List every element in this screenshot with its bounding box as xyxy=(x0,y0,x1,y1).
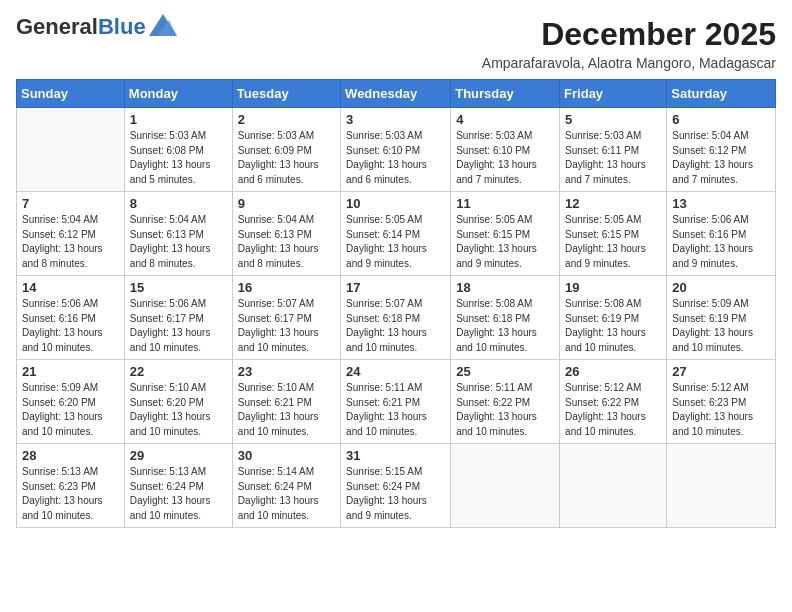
day-number: 18 xyxy=(456,280,554,295)
calendar-cell: 3Sunrise: 5:03 AMSunset: 6:10 PMDaylight… xyxy=(341,108,451,192)
calendar-cell xyxy=(451,444,560,528)
day-info: Sunrise: 5:04 AMSunset: 6:13 PMDaylight:… xyxy=(238,213,335,271)
day-info: Sunrise: 5:05 AMSunset: 6:15 PMDaylight:… xyxy=(565,213,661,271)
day-info: Sunrise: 5:03 AMSunset: 6:10 PMDaylight:… xyxy=(456,129,554,187)
calendar-cell: 23Sunrise: 5:10 AMSunset: 6:21 PMDayligh… xyxy=(232,360,340,444)
day-info: Sunrise: 5:07 AMSunset: 6:18 PMDaylight:… xyxy=(346,297,445,355)
day-info: Sunrise: 5:15 AMSunset: 6:24 PMDaylight:… xyxy=(346,465,445,523)
calendar-cell: 16Sunrise: 5:07 AMSunset: 6:17 PMDayligh… xyxy=(232,276,340,360)
location: Amparafaravola, Alaotra Mangoro, Madagas… xyxy=(482,55,776,71)
calendar-table: SundayMondayTuesdayWednesdayThursdayFrid… xyxy=(16,79,776,528)
day-info: Sunrise: 5:14 AMSunset: 6:24 PMDaylight:… xyxy=(238,465,335,523)
day-number: 19 xyxy=(565,280,661,295)
day-info: Sunrise: 5:12 AMSunset: 6:23 PMDaylight:… xyxy=(672,381,770,439)
calendar-week-row: 14Sunrise: 5:06 AMSunset: 6:16 PMDayligh… xyxy=(17,276,776,360)
calendar-cell: 13Sunrise: 5:06 AMSunset: 6:16 PMDayligh… xyxy=(667,192,776,276)
day-number: 3 xyxy=(346,112,445,127)
calendar-cell: 25Sunrise: 5:11 AMSunset: 6:22 PMDayligh… xyxy=(451,360,560,444)
calendar-cell: 1Sunrise: 5:03 AMSunset: 6:08 PMDaylight… xyxy=(124,108,232,192)
logo-text: GeneralBlue xyxy=(16,16,146,38)
logo: GeneralBlue xyxy=(16,16,177,38)
calendar-header-row: SundayMondayTuesdayWednesdayThursdayFrid… xyxy=(17,80,776,108)
day-number: 10 xyxy=(346,196,445,211)
day-info: Sunrise: 5:05 AMSunset: 6:14 PMDaylight:… xyxy=(346,213,445,271)
day-info: Sunrise: 5:08 AMSunset: 6:19 PMDaylight:… xyxy=(565,297,661,355)
calendar-cell: 29Sunrise: 5:13 AMSunset: 6:24 PMDayligh… xyxy=(124,444,232,528)
weekday-header: Saturday xyxy=(667,80,776,108)
calendar-cell: 20Sunrise: 5:09 AMSunset: 6:19 PMDayligh… xyxy=(667,276,776,360)
day-info: Sunrise: 5:10 AMSunset: 6:21 PMDaylight:… xyxy=(238,381,335,439)
calendar-cell: 27Sunrise: 5:12 AMSunset: 6:23 PMDayligh… xyxy=(667,360,776,444)
calendar-week-row: 21Sunrise: 5:09 AMSunset: 6:20 PMDayligh… xyxy=(17,360,776,444)
day-info: Sunrise: 5:04 AMSunset: 6:13 PMDaylight:… xyxy=(130,213,227,271)
day-number: 15 xyxy=(130,280,227,295)
page-header: GeneralBlue December 2025 Amparafaravola… xyxy=(16,16,776,71)
calendar-cell: 9Sunrise: 5:04 AMSunset: 6:13 PMDaylight… xyxy=(232,192,340,276)
day-number: 12 xyxy=(565,196,661,211)
day-number: 24 xyxy=(346,364,445,379)
day-info: Sunrise: 5:06 AMSunset: 6:16 PMDaylight:… xyxy=(672,213,770,271)
calendar-cell: 19Sunrise: 5:08 AMSunset: 6:19 PMDayligh… xyxy=(560,276,667,360)
day-number: 6 xyxy=(672,112,770,127)
weekday-header: Monday xyxy=(124,80,232,108)
calendar-cell: 30Sunrise: 5:14 AMSunset: 6:24 PMDayligh… xyxy=(232,444,340,528)
day-number: 28 xyxy=(22,448,119,463)
day-info: Sunrise: 5:06 AMSunset: 6:17 PMDaylight:… xyxy=(130,297,227,355)
calendar-cell: 6Sunrise: 5:04 AMSunset: 6:12 PMDaylight… xyxy=(667,108,776,192)
weekday-header: Tuesday xyxy=(232,80,340,108)
day-number: 26 xyxy=(565,364,661,379)
day-number: 1 xyxy=(130,112,227,127)
day-number: 22 xyxy=(130,364,227,379)
day-info: Sunrise: 5:05 AMSunset: 6:15 PMDaylight:… xyxy=(456,213,554,271)
day-number: 23 xyxy=(238,364,335,379)
day-number: 9 xyxy=(238,196,335,211)
day-number: 20 xyxy=(672,280,770,295)
weekday-header: Thursday xyxy=(451,80,560,108)
day-info: Sunrise: 5:11 AMSunset: 6:21 PMDaylight:… xyxy=(346,381,445,439)
day-number: 5 xyxy=(565,112,661,127)
day-number: 11 xyxy=(456,196,554,211)
calendar-cell: 2Sunrise: 5:03 AMSunset: 6:09 PMDaylight… xyxy=(232,108,340,192)
day-number: 21 xyxy=(22,364,119,379)
calendar-week-row: 28Sunrise: 5:13 AMSunset: 6:23 PMDayligh… xyxy=(17,444,776,528)
day-number: 16 xyxy=(238,280,335,295)
logo-icon xyxy=(149,14,177,36)
day-info: Sunrise: 5:09 AMSunset: 6:20 PMDaylight:… xyxy=(22,381,119,439)
day-number: 29 xyxy=(130,448,227,463)
day-info: Sunrise: 5:12 AMSunset: 6:22 PMDaylight:… xyxy=(565,381,661,439)
day-number: 30 xyxy=(238,448,335,463)
day-info: Sunrise: 5:03 AMSunset: 6:09 PMDaylight:… xyxy=(238,129,335,187)
day-number: 17 xyxy=(346,280,445,295)
day-info: Sunrise: 5:13 AMSunset: 6:24 PMDaylight:… xyxy=(130,465,227,523)
calendar-cell: 14Sunrise: 5:06 AMSunset: 6:16 PMDayligh… xyxy=(17,276,125,360)
day-number: 8 xyxy=(130,196,227,211)
day-info: Sunrise: 5:10 AMSunset: 6:20 PMDaylight:… xyxy=(130,381,227,439)
calendar-cell: 10Sunrise: 5:05 AMSunset: 6:14 PMDayligh… xyxy=(341,192,451,276)
day-info: Sunrise: 5:07 AMSunset: 6:17 PMDaylight:… xyxy=(238,297,335,355)
day-number: 27 xyxy=(672,364,770,379)
calendar-week-row: 1Sunrise: 5:03 AMSunset: 6:08 PMDaylight… xyxy=(17,108,776,192)
day-number: 2 xyxy=(238,112,335,127)
calendar-cell: 18Sunrise: 5:08 AMSunset: 6:18 PMDayligh… xyxy=(451,276,560,360)
calendar-cell: 28Sunrise: 5:13 AMSunset: 6:23 PMDayligh… xyxy=(17,444,125,528)
day-info: Sunrise: 5:08 AMSunset: 6:18 PMDaylight:… xyxy=(456,297,554,355)
day-info: Sunrise: 5:03 AMSunset: 6:08 PMDaylight:… xyxy=(130,129,227,187)
calendar-cell xyxy=(17,108,125,192)
logo-general: General xyxy=(16,14,98,39)
calendar-week-row: 7Sunrise: 5:04 AMSunset: 6:12 PMDaylight… xyxy=(17,192,776,276)
day-info: Sunrise: 5:03 AMSunset: 6:10 PMDaylight:… xyxy=(346,129,445,187)
calendar-cell: 7Sunrise: 5:04 AMSunset: 6:12 PMDaylight… xyxy=(17,192,125,276)
day-number: 13 xyxy=(672,196,770,211)
day-info: Sunrise: 5:11 AMSunset: 6:22 PMDaylight:… xyxy=(456,381,554,439)
day-number: 25 xyxy=(456,364,554,379)
calendar-cell: 26Sunrise: 5:12 AMSunset: 6:22 PMDayligh… xyxy=(560,360,667,444)
day-number: 7 xyxy=(22,196,119,211)
calendar-cell: 31Sunrise: 5:15 AMSunset: 6:24 PMDayligh… xyxy=(341,444,451,528)
day-info: Sunrise: 5:06 AMSunset: 6:16 PMDaylight:… xyxy=(22,297,119,355)
day-info: Sunrise: 5:04 AMSunset: 6:12 PMDaylight:… xyxy=(22,213,119,271)
calendar-cell: 11Sunrise: 5:05 AMSunset: 6:15 PMDayligh… xyxy=(451,192,560,276)
calendar-cell: 8Sunrise: 5:04 AMSunset: 6:13 PMDaylight… xyxy=(124,192,232,276)
month-year: December 2025 xyxy=(482,16,776,53)
calendar-cell xyxy=(667,444,776,528)
weekday-header: Sunday xyxy=(17,80,125,108)
